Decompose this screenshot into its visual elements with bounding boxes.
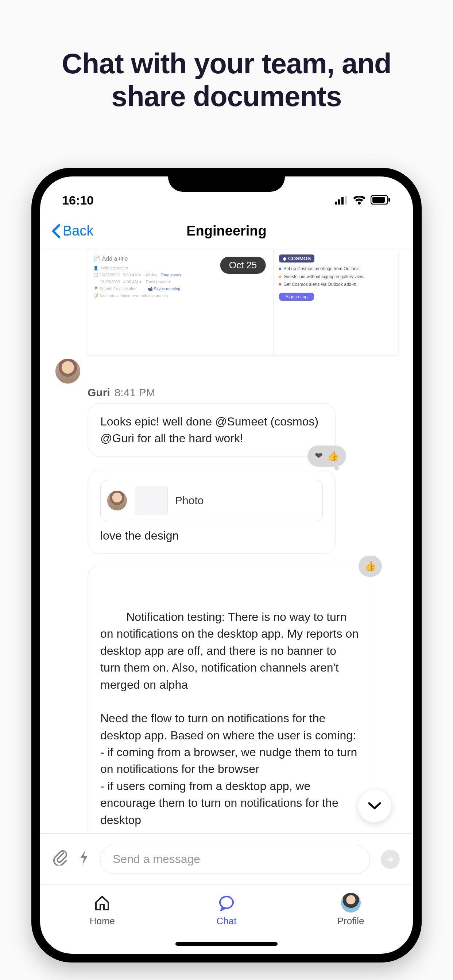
back-label: Back bbox=[63, 223, 93, 239]
sender-meta: Guri8:41 PM bbox=[88, 387, 413, 399]
message-text: love the design bbox=[100, 529, 179, 542]
battery-icon bbox=[370, 193, 391, 207]
arrow-right-icon bbox=[386, 855, 395, 864]
cosmos-brand-badge: ◆ COSMOS bbox=[279, 255, 314, 262]
channel-title: Engineering bbox=[187, 223, 266, 239]
status-time: 16:10 bbox=[62, 193, 94, 207]
message-bubble[interactable]: 👍 Notification testing: There is no way … bbox=[88, 565, 372, 834]
cellular-icon bbox=[335, 193, 348, 207]
svg-rect-1 bbox=[338, 199, 340, 205]
svg-rect-0 bbox=[335, 202, 337, 205]
device-notch bbox=[168, 168, 285, 192]
reply-label: Photo bbox=[175, 493, 204, 509]
quoted-reply-card[interactable]: Photo bbox=[100, 480, 323, 521]
status-icons bbox=[335, 193, 391, 207]
chat-scroll-area[interactable]: Oct 25 📄 Add a title 👤 Invite attendees … bbox=[40, 250, 413, 834]
message-text: Notification testing: There is no way to… bbox=[100, 610, 362, 827]
tab-chat[interactable]: Chat bbox=[197, 894, 256, 927]
home-icon bbox=[93, 894, 111, 912]
sender-name: Guri bbox=[88, 387, 110, 398]
message-bubble[interactable]: Photo love the design bbox=[88, 470, 335, 554]
tab-label: Home bbox=[90, 915, 115, 927]
message-time: 8:41 PM bbox=[115, 387, 155, 398]
promo-title: Chat with your team, and share documents bbox=[0, 0, 453, 127]
avatar-guri-small bbox=[107, 490, 128, 511]
profile-avatar-icon bbox=[341, 894, 361, 912]
thumbs-up-icon: 👍 bbox=[327, 449, 339, 463]
shared-document-preview[interactable]: Oct 25 📄 Add a title 👤 Invite attendees … bbox=[88, 250, 398, 355]
reaction-pill[interactable]: 👍 bbox=[359, 555, 382, 577]
chevron-down-icon bbox=[368, 802, 381, 810]
back-button[interactable]: Back bbox=[51, 223, 93, 239]
message-header-row bbox=[55, 358, 398, 384]
wifi-icon bbox=[353, 193, 365, 207]
svg-rect-5 bbox=[372, 197, 385, 203]
preview-right-pane: ◆ COSMOS Set up Cosmos meetings from Out… bbox=[274, 250, 398, 355]
reaction-pill[interactable]: ❤ 👍 bbox=[308, 445, 346, 467]
svg-rect-6 bbox=[388, 198, 390, 202]
send-button[interactable] bbox=[381, 850, 400, 869]
input-placeholder: Send a message bbox=[113, 853, 200, 866]
message-composer: Send a message bbox=[40, 834, 413, 885]
avatar-guri[interactable] bbox=[55, 358, 81, 384]
tab-label: Chat bbox=[217, 915, 237, 927]
message-input[interactable]: Send a message bbox=[100, 845, 370, 874]
scroll-to-bottom-button[interactable] bbox=[358, 790, 391, 822]
nav-bar: Back Engineering bbox=[40, 213, 413, 250]
phone-frame: 16:10 Back Engineering bbox=[31, 168, 422, 963]
thumbs-up-icon: 👍 bbox=[364, 559, 376, 573]
svg-rect-2 bbox=[341, 197, 344, 205]
message-text: Looks epic! well done @Sumeet (cosmos) @… bbox=[100, 415, 318, 445]
reply-thumbnail bbox=[135, 486, 168, 515]
tab-profile[interactable]: Profile bbox=[322, 894, 380, 927]
chevron-left-icon bbox=[51, 224, 61, 239]
chat-icon bbox=[217, 894, 236, 912]
svg-rect-3 bbox=[345, 196, 347, 205]
date-separator: Oct 25 bbox=[220, 257, 266, 274]
home-indicator[interactable] bbox=[175, 942, 278, 946]
attachment-icon[interactable] bbox=[53, 850, 68, 869]
tab-label: Profile bbox=[337, 915, 364, 927]
heart-icon: ❤ bbox=[315, 449, 323, 463]
lightning-icon[interactable] bbox=[79, 850, 89, 869]
message-bubble[interactable]: Looks epic! well done @Sumeet (cosmos) @… bbox=[88, 403, 335, 457]
phone-screen: 16:10 Back Engineering bbox=[40, 177, 413, 954]
tab-home[interactable]: Home bbox=[73, 894, 131, 927]
signin-mini-button: Sign in / up bbox=[279, 293, 314, 301]
